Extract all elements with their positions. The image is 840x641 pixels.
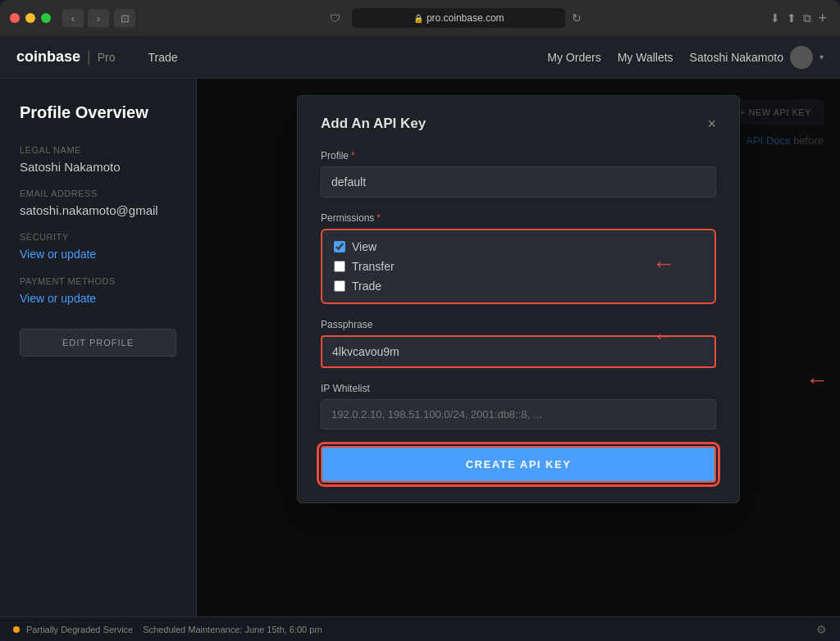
transfer-checkbox[interactable] [334,261,345,272]
legal-name-label: Legal name [20,145,176,155]
permissions-required-star: * [377,212,381,224]
top-navigation: coinbase | Pro Trade My Orders My Wallet… [0,36,840,79]
nav-trade[interactable]: Trade [148,51,178,64]
chevron-down-icon: ▾ [819,52,824,61]
address-bar: 🛡 🔒 pro.coinbase.com ↻ [145,8,760,28]
payment-label: Payment Methods [20,276,176,286]
permission-view-row[interactable]: View [334,240,703,253]
mac-close-button[interactable] [10,13,20,23]
ip-whitelist-label: IP Whitelist [321,383,716,394]
shield-icon: 🛡 [330,12,340,25]
right-panel: 📄 STATEMENTS + NEW API KEY API Docs befo… [197,79,840,616]
email-label: Email address [20,189,176,198]
user-info: Satoshi Nakamoto ▾ [690,46,824,69]
mac-minimize-button[interactable] [25,13,35,23]
profile-required-star: * [351,150,355,161]
avatar[interactable] [790,46,813,69]
legal-name-value: Satoshi Nakamoto [20,160,176,174]
browser-actions: ⬇ ⬆ ⧉ + [770,10,827,27]
ip-whitelist-input[interactable] [321,399,716,430]
brand-name: coinbase [16,48,80,66]
duplicate-tab-button[interactable]: ⧉ [803,10,811,27]
main-content: Profile Overview Legal name Satoshi Naka… [0,79,840,616]
status-bar: Partially Degraded Service Scheduled Mai… [0,616,840,641]
forward-button[interactable]: › [88,9,109,27]
modal-header: Add An API Key × [321,116,716,132]
maintenance-text: Scheduled Maintenance: June 15th, 6:00 p… [143,625,322,634]
permissions-section: Permissions * View Transfer [321,212,716,304]
url-text: pro.coinbase.com [427,12,504,24]
modal-overlay: Add An API Key × Profile * Permissions * [197,79,840,616]
email-value: satoshi.nakamoto@gmail [20,203,176,217]
permissions-label: Permissions * [321,212,716,224]
brand-logo-area: coinbase | Pro [16,48,116,66]
arrow-create: ← [806,367,829,393]
back-button[interactable]: ‹ [62,9,84,27]
trade-label: Trade [352,280,381,293]
status-text: Partially Degraded Service [26,625,133,634]
url-field[interactable]: 🔒 pro.coinbase.com [352,8,565,28]
refresh-button[interactable]: ↻ [572,11,582,25]
security-label: Security [20,232,176,242]
view-checkbox[interactable] [334,241,345,252]
view-label: View [352,240,377,253]
nav-links: Trade [148,51,548,64]
nav-my-orders[interactable]: My Orders [547,51,600,64]
profile-input[interactable] [321,166,716,198]
new-tab-button[interactable]: + [818,10,827,27]
passphrase-input[interactable] [321,335,716,368]
permissions-box: View Transfer Trade [321,229,716,304]
download-button[interactable]: ⬇ [770,10,780,27]
nav-my-wallets[interactable]: My Wallets [618,51,673,64]
brand-divider: | [87,48,91,66]
permission-trade-row[interactable]: Trade [334,280,703,293]
profile-label: Profile * [321,150,716,161]
modal-title: Add An API Key [321,116,426,132]
modal-close-button[interactable]: × [707,116,716,131]
sidebar: Profile Overview Legal name Satoshi Naka… [0,79,197,616]
edit-profile-button[interactable]: EDIT PROFILE [20,329,176,357]
brand-pro: Pro [98,51,116,64]
status-indicator [13,626,20,633]
passphrase-label: Passphrase [321,319,716,330]
app-container: coinbase | Pro Trade My Orders My Wallet… [0,36,840,641]
lock-icon: 🔒 [413,14,423,23]
nav-right: My Orders My Wallets Satoshi Nakamoto ▾ [547,46,824,69]
sidebar-title: Profile Overview [20,103,176,122]
mac-maximize-button[interactable] [41,13,51,23]
create-api-key-button[interactable]: CREATE API KEY [321,446,716,483]
transfer-label: Transfer [352,260,395,273]
add-api-key-modal: Add An API Key × Profile * Permissions * [297,95,740,503]
permission-transfer-row[interactable]: Transfer [334,260,703,273]
payment-link[interactable]: View or update [20,292,96,305]
reader-view-button[interactable]: ⊡ [114,9,135,27]
security-link[interactable]: View or update [20,248,96,261]
settings-button[interactable]: ⚙ [816,623,827,636]
trade-checkbox[interactable] [334,280,345,292]
user-name: Satoshi Nakamoto [690,51,783,64]
share-button[interactable]: ⬆ [787,10,797,27]
